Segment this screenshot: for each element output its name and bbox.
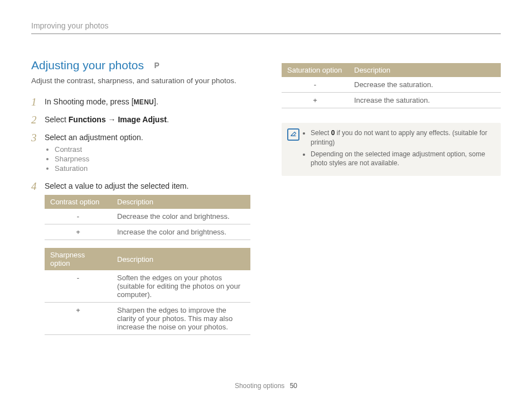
section-title: Adjusting your photos bbox=[31, 59, 144, 72]
saturation-r1-desc: Decrease the saturation. bbox=[349, 77, 501, 93]
step-3: Select an adjustment option. Contrast Sh… bbox=[31, 133, 250, 173]
saturation-h1: Saturation option bbox=[282, 63, 349, 77]
arrow-icon: → bbox=[106, 115, 118, 124]
note-icon bbox=[287, 128, 299, 141]
page-footer: Shooting options 50 bbox=[0, 382, 532, 390]
contrast-h1: Contrast option bbox=[45, 195, 112, 209]
section-intro: Adjust the contrast, sharpness, and satu… bbox=[31, 76, 250, 85]
sharpness-r2-desc: Sharpen the edges to improve the clarity… bbox=[112, 303, 250, 335]
step-4-text: Select a value to adjust the selected it… bbox=[45, 181, 188, 190]
left-column: Adjusting your photos P Adjust the contr… bbox=[31, 59, 250, 344]
step-1-text-b: ]. bbox=[154, 97, 158, 106]
sharpness-r2-opt: + bbox=[45, 303, 112, 335]
breadcrumb: Improving your photos bbox=[31, 21, 501, 34]
saturation-r2-opt: + bbox=[282, 93, 349, 108]
note-1a: Select bbox=[311, 129, 331, 137]
content-columns: Adjusting your photos P Adjust the contr… bbox=[31, 59, 501, 344]
note-1c: if you do not want to apply any effects.… bbox=[311, 129, 487, 146]
sharpness-r1-opt: - bbox=[45, 270, 112, 303]
note-box: Select 0 if you do not want to apply any… bbox=[282, 123, 501, 176]
contrast-r2-desc: Increase the color and brightness. bbox=[112, 224, 250, 240]
contrast-r1-desc: Decrease the color and brightness. bbox=[112, 209, 250, 224]
sharpness-r1-desc: Soften the edges on your photos (suitabl… bbox=[112, 270, 250, 303]
sharpness-table: Sharpness option Description - Soften th… bbox=[45, 248, 250, 335]
footer-page-number: 50 bbox=[290, 382, 297, 390]
table-row: + Increase the color and brightness. bbox=[45, 224, 250, 240]
note-list: Select 0 if you do not want to apply any… bbox=[306, 128, 493, 168]
saturation-r2-desc: Increase the saturation. bbox=[349, 93, 501, 108]
sharpness-h1: Sharpness option bbox=[45, 248, 112, 270]
sharpness-table-block: Sharpness option Description - Soften th… bbox=[45, 248, 250, 335]
steps-list: In Shooting mode, press [MENU]. Select F… bbox=[31, 97, 250, 335]
table-header-row: Sharpness option Description bbox=[45, 248, 250, 270]
section-heading-row: Adjusting your photos P bbox=[31, 59, 250, 72]
right-column: Saturation option Description - Decrease… bbox=[282, 59, 501, 344]
note-item-2: Depending on the selected image adjustme… bbox=[311, 150, 493, 169]
table-row: - Decrease the saturation. bbox=[282, 77, 501, 93]
sub-saturation: Saturation bbox=[55, 164, 250, 173]
footer-section: Shooting options bbox=[235, 382, 284, 390]
table-header-row: Contrast option Description bbox=[45, 195, 250, 209]
step-1: In Shooting mode, press [MENU]. bbox=[31, 97, 250, 106]
contrast-r1-opt: - bbox=[45, 209, 112, 224]
step-2-text-c: . bbox=[167, 115, 169, 124]
table-header-row: Saturation option Description bbox=[282, 63, 501, 77]
sub-contrast: Contrast bbox=[55, 145, 250, 154]
step-3-sublist: Contrast Sharpness Saturation bbox=[55, 145, 250, 173]
contrast-r2-opt: + bbox=[45, 224, 112, 240]
mode-badge: P bbox=[154, 61, 159, 70]
sharpness-h2: Description bbox=[112, 248, 250, 270]
menu-label: MENU bbox=[134, 98, 154, 106]
table-row: + Increase the saturation. bbox=[282, 93, 501, 108]
step-2-text-a: Select bbox=[45, 115, 69, 124]
step-2: Select Functions → Image Adjust. bbox=[31, 115, 250, 124]
contrast-table-block: Contrast option Description - Decrease t… bbox=[45, 195, 250, 240]
note-item-1: Select 0 if you do not want to apply any… bbox=[311, 128, 493, 147]
saturation-r1-opt: - bbox=[282, 77, 349, 93]
step-2-image-adjust: Image Adjust bbox=[118, 115, 166, 124]
table-row: - Soften the edges on your photos (suita… bbox=[45, 270, 250, 303]
contrast-table: Contrast option Description - Decrease t… bbox=[45, 195, 250, 240]
table-row: + Sharpen the edges to improve the clari… bbox=[45, 303, 250, 335]
sub-sharpness: Sharpness bbox=[55, 155, 250, 163]
step-4: Select a value to adjust the selected it… bbox=[31, 181, 250, 335]
step-3-text: Select an adjustment option. bbox=[45, 133, 143, 142]
saturation-table-block: Saturation option Description - Decrease… bbox=[282, 63, 501, 108]
saturation-h2: Description bbox=[349, 63, 501, 77]
step-2-functions: Functions bbox=[69, 115, 106, 124]
table-row: - Decrease the color and brightness. bbox=[45, 209, 250, 224]
step-1-text-a: In Shooting mode, press [ bbox=[45, 97, 134, 106]
saturation-table: Saturation option Description - Decrease… bbox=[282, 63, 501, 108]
contrast-h2: Description bbox=[112, 195, 250, 209]
